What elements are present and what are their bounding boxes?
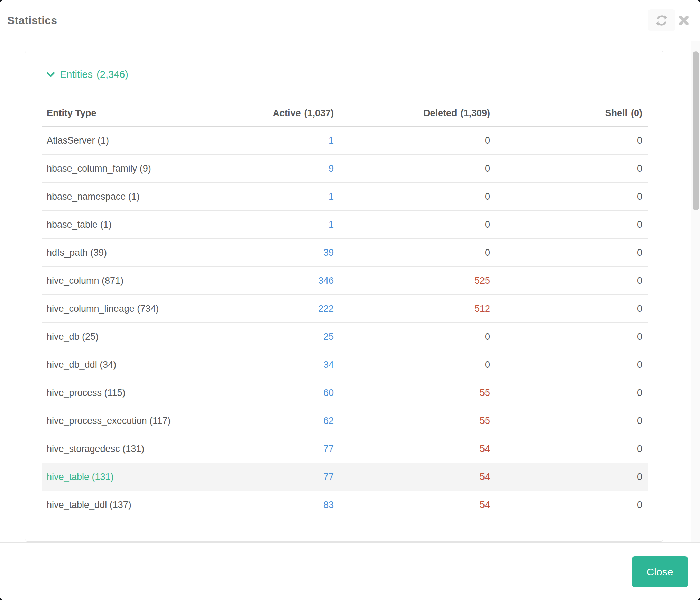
active-count-link[interactable]: 25 xyxy=(235,323,339,351)
shell-count: 0 xyxy=(496,379,648,407)
entities-accordion-toggle[interactable]: Entities (2,346) xyxy=(47,69,648,80)
modal-body: Entities (2,346) Entity Type Active xyxy=(0,41,700,542)
modal-backdrop: Statistics xyxy=(0,0,700,600)
active-count-link[interactable]: 9 xyxy=(235,155,339,183)
table-row: hive_db_ddl (34)3400 xyxy=(42,351,648,379)
refresh-button[interactable] xyxy=(648,9,675,31)
entity-type-cell: hive_storagedesc (131) xyxy=(42,435,235,463)
shell-count: 0 xyxy=(496,323,648,351)
table-row: hive_table_ddl (137)83540 xyxy=(42,491,648,519)
deleted-count-link: 0 xyxy=(339,351,496,379)
close-button[interactable]: Close xyxy=(632,556,688,587)
entity-type-cell: AtlasServer (1) xyxy=(42,127,235,155)
active-count-link[interactable]: 34 xyxy=(235,351,339,379)
entity-stats-table: Entity Type Active(1,037) Deleted(1,309)… xyxy=(42,100,648,519)
header-actions xyxy=(648,9,690,31)
shell-count: 0 xyxy=(496,435,648,463)
deleted-count-link: 0 xyxy=(339,239,496,267)
active-count-link[interactable]: 346 xyxy=(235,267,339,295)
statistics-modal: Statistics xyxy=(0,0,700,600)
table-row: hbase_namespace (1)100 xyxy=(42,183,648,211)
active-count-link[interactable]: 39 xyxy=(235,239,339,267)
column-header-entity-type: Entity Type xyxy=(42,100,235,127)
scrollbar-thumb[interactable] xyxy=(693,51,699,210)
table-row: hive_process_execution (117)62550 xyxy=(42,407,648,435)
modal-close-button[interactable] xyxy=(678,9,690,31)
entity-type-cell: hive_table (131) xyxy=(42,463,235,491)
entity-type-cell: hive_column (871) xyxy=(42,267,235,295)
table-row: hive_column_lineage (734)2225120 xyxy=(42,295,648,323)
active-count-link[interactable]: 62 xyxy=(235,407,339,435)
shell-count: 0 xyxy=(496,463,648,491)
table-row: hive_db (25)2500 xyxy=(42,323,648,351)
table-row: hive_process (115)60550 xyxy=(42,379,648,407)
table-header-row: Entity Type Active(1,037) Deleted(1,309)… xyxy=(42,100,648,127)
table-row: hive_storagedesc (131)77540 xyxy=(42,435,648,463)
entity-type-cell: hive_column_lineage (734) xyxy=(42,295,235,323)
deleted-count-link[interactable]: 512 xyxy=(339,295,496,323)
entity-type-cell: hbase_namespace (1) xyxy=(42,183,235,211)
entity-type-cell: hdfs_path (39) xyxy=(42,239,235,267)
entity-type-cell: hive_process (115) xyxy=(42,379,235,407)
shell-count: 0 xyxy=(496,183,648,211)
shell-count: 0 xyxy=(496,267,648,295)
table-row: hive_table (131)77540 xyxy=(42,463,648,491)
entity-type-cell: hive_db_ddl (34) xyxy=(42,351,235,379)
shell-count: 0 xyxy=(496,351,648,379)
deleted-count-link: 0 xyxy=(339,323,496,351)
deleted-count-link: 0 xyxy=(339,211,496,239)
deleted-count-link[interactable]: 54 xyxy=(339,435,496,463)
entity-type-cell: hive_process_execution (117) xyxy=(42,407,235,435)
deleted-count-link[interactable]: 525 xyxy=(339,267,496,295)
entities-panel: Entities (2,346) Entity Type Active xyxy=(25,51,663,542)
close-icon xyxy=(679,15,689,26)
shell-count: 0 xyxy=(496,127,648,155)
entity-type-cell: hbase_column_family (9) xyxy=(42,155,235,183)
table-row: hbase_column_family (9)900 xyxy=(42,155,648,183)
modal-header: Statistics xyxy=(0,0,700,41)
table-row: AtlasServer (1)100 xyxy=(42,127,648,155)
refresh-icon xyxy=(656,15,667,26)
column-header-deleted: Deleted(1,309) xyxy=(339,100,496,127)
scrollbar-track[interactable] xyxy=(691,41,700,542)
shell-count: 0 xyxy=(496,239,648,267)
table-row: hdfs_path (39)3900 xyxy=(42,239,648,267)
active-count-link[interactable]: 1 xyxy=(235,183,339,211)
active-count-link[interactable]: 222 xyxy=(235,295,339,323)
deleted-count-link[interactable]: 55 xyxy=(339,379,496,407)
deleted-count-link: 0 xyxy=(339,127,496,155)
active-count-link[interactable]: 1 xyxy=(235,211,339,239)
column-header-active: Active(1,037) xyxy=(235,100,339,127)
active-count-link[interactable]: 77 xyxy=(235,435,339,463)
table-row: hive_column (871)3465250 xyxy=(42,267,648,295)
active-count-link[interactable]: 1 xyxy=(235,127,339,155)
entities-section-count: (2,346) xyxy=(96,69,128,80)
shell-count: 0 xyxy=(496,155,648,183)
active-count-link[interactable]: 77 xyxy=(235,463,339,491)
shell-count: 0 xyxy=(496,407,648,435)
entity-type-cell: hbase_table (1) xyxy=(42,211,235,239)
column-header-shell: Shell(0) xyxy=(496,100,648,127)
modal-title: Statistics xyxy=(7,14,57,27)
deleted-count-link[interactable]: 55 xyxy=(339,407,496,435)
active-count-link[interactable]: 83 xyxy=(235,491,339,519)
shell-count: 0 xyxy=(496,295,648,323)
entity-type-cell: hive_table_ddl (137) xyxy=(42,491,235,519)
entity-type-cell: hive_db (25) xyxy=(42,323,235,351)
shell-count: 0 xyxy=(496,211,648,239)
table-row: hbase_table (1)100 xyxy=(42,211,648,239)
chevron-down-icon xyxy=(47,72,55,78)
shell-count: 0 xyxy=(496,491,648,519)
deleted-count-link: 0 xyxy=(339,183,496,211)
deleted-count-link: 0 xyxy=(339,155,496,183)
deleted-count-link[interactable]: 54 xyxy=(339,463,496,491)
deleted-count-link[interactable]: 54 xyxy=(339,491,496,519)
active-count-link[interactable]: 60 xyxy=(235,379,339,407)
entities-section-title: Entities xyxy=(60,69,93,80)
modal-footer: Close xyxy=(0,542,700,600)
